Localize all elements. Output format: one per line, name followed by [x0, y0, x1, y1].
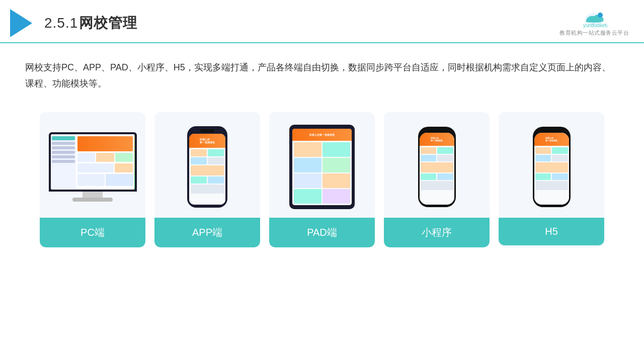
card-h5-image: 职通人的第一堂刷课堂	[499, 112, 604, 218]
svg-point-1	[598, 13, 603, 18]
tablet-mockup: 职通人的第一堂刷课堂	[289, 125, 355, 209]
monitor-mockup	[49, 132, 137, 202]
card-pc-image	[40, 112, 145, 218]
card-miniapp-image: 职通人的第一堂刷课堂	[384, 112, 490, 218]
card-pad: 职通人的第一堂刷课堂 PAD端	[269, 112, 375, 247]
brand-triangle-icon	[10, 9, 32, 37]
phone-new-mockup: 职通人的第一堂刷课堂	[418, 127, 456, 207]
phone-h5-screen: 职通人的第一堂刷课堂	[534, 133, 569, 205]
header-left: 2.5.1网校管理	[10, 9, 137, 37]
card-miniapp: 职通人的第一堂刷课堂	[384, 112, 490, 247]
card-app-image: 职通人的第一堂刷课堂	[154, 112, 260, 218]
card-miniapp-label: 小程序	[384, 218, 490, 247]
phone-new-screen: 职通人的第一堂刷课堂	[420, 133, 454, 205]
phone-notch	[200, 129, 214, 132]
card-h5-label: H5	[499, 218, 604, 245]
phone-h5-mockup: 职通人的第一堂刷课堂	[533, 127, 571, 207]
svg-text:yunduoketang: yunduoketang	[583, 23, 607, 28]
tablet-screen: 职通人的第一堂刷课堂	[292, 129, 352, 205]
phone-new-notch	[431, 129, 443, 132]
card-pc: PC端	[40, 112, 145, 247]
slide-number: 2.5.1	[44, 15, 78, 31]
card-app-label: APP端	[154, 218, 260, 247]
description-paragraph: 网校支持PC、APP、PAD、小程序、H5，实现多端打通，产品各终端自由切换，数…	[25, 59, 619, 92]
card-pad-label: PAD端	[269, 218, 375, 247]
phone-screen: 职通人的第一堂刷课堂	[189, 134, 225, 205]
page-header: 2.5.1网校管理 yunduoketang 教育机构一站式服务云平台	[0, 0, 644, 43]
brand-logo: yunduoketang 教育机构一站式服务云平台	[559, 10, 629, 37]
phone-mockup: 职通人的第一堂刷课堂	[187, 126, 227, 208]
card-app: 职通人的第一堂刷课堂	[154, 112, 260, 247]
page-title: 2.5.1网校管理	[44, 14, 137, 33]
title-text: 网校管理	[79, 15, 137, 31]
card-pc-label: PC端	[40, 218, 145, 247]
description-text: 网校支持PC、APP、PAD、小程序、H5，实现多端打通，产品各终端自由切换，数…	[0, 43, 644, 102]
yunduoketang-icon: yunduoketang	[581, 10, 607, 28]
card-pad-image: 职通人的第一堂刷课堂	[269, 112, 375, 218]
card-h5: 职通人的第一堂刷课堂	[499, 112, 604, 247]
logo-tagline: 教育机构一站式服务云平台	[559, 29, 629, 37]
platform-cards: PC端 职通人的第一堂刷课堂	[0, 102, 644, 262]
phone-h5-notch	[545, 129, 557, 132]
